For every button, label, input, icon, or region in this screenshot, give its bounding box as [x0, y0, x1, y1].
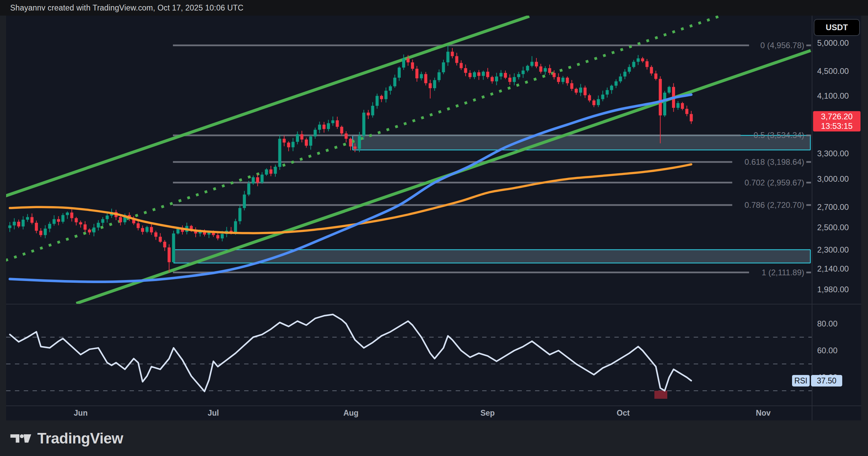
month-label: Jul: [208, 409, 219, 417]
trendline-channel-upper: [5, 16, 529, 196]
svg-text:13:53:15: 13:53:15: [821, 121, 852, 131]
rsi-tick-label: 80.00: [817, 319, 837, 328]
price-tick-label: 2,300.00: [817, 245, 849, 254]
svg-text:37.50: 37.50: [817, 376, 836, 385]
svg-text:RSI: RSI: [794, 376, 807, 385]
price-tick-label: 2,140.00: [817, 264, 849, 273]
attribution-bar: Shayannv created with TradingView.com, O…: [0, 0, 868, 16]
month-label: Aug: [343, 409, 359, 417]
rsi-line: [10, 314, 691, 391]
price-tick-label: 2,500.00: [817, 223, 849, 232]
tradingview-logo-icon: [9, 431, 32, 446]
tradingview-chart-snapshot: Shayannv created with TradingView.com, O…: [0, 0, 868, 456]
price-pane: [5, 16, 811, 303]
currency-toggle-usdt-button[interactable]: USDT: [814, 19, 860, 36]
svg-text:0.702 (2,959.67): 0.702 (2,959.67): [745, 178, 804, 187]
price-tick-label: 2,700.00: [817, 202, 849, 212]
svg-text:0.786 (2,720.70): 0.786 (2,720.70): [745, 200, 804, 210]
price-tick-label: 1,980.00: [817, 285, 849, 294]
last-price-badge: 3,726.2013:53:15: [813, 111, 861, 132]
tradingview-watermark: TradingView: [9, 430, 123, 447]
rsi-oversold-marker: [654, 391, 667, 399]
month-label: Jun: [74, 409, 88, 417]
svg-text:0.5 (3,534.34): 0.5 (3,534.34): [754, 131, 804, 140]
rsi-badge: RSI37.50: [792, 375, 842, 386]
svg-text:0.618 (3,198.64): 0.618 (3,198.64): [745, 157, 804, 166]
tradingview-logo-text: TradingView: [37, 430, 123, 447]
rsi-pane: [6, 314, 812, 399]
price-tick-label: 3,000.00: [817, 174, 849, 183]
attribution-text: Shayannv created with TradingView.com, O…: [10, 3, 243, 13]
price-tick-label: 3,300.00: [817, 149, 849, 158]
rsi-axis[interactable]: 80.0060.0040.00: [817, 319, 837, 382]
month-label: Nov: [756, 409, 771, 417]
support-zone: [353, 135, 810, 150]
price-axis[interactable]: 5,000.004,500.004,100.003,300.003,000.00…: [817, 38, 849, 294]
month-label: Sep: [480, 409, 495, 417]
svg-text:3,726.20: 3,726.20: [821, 112, 852, 121]
price-tick-label: 5,000.00: [817, 38, 849, 47]
rsi-tick-label: 60.00: [817, 346, 837, 355]
price-tick-label: 4,100.00: [817, 91, 849, 100]
time-axis[interactable]: JunJulAugSepOctNov: [74, 409, 771, 417]
svg-text:0 (4,956.78): 0 (4,956.78): [761, 41, 804, 50]
support-zone: [174, 250, 810, 263]
price-tick-label: 4,500.00: [817, 66, 849, 76]
svg-text:1 (2,111.89): 1 (2,111.89): [762, 268, 804, 277]
fib-labels: 0 (4,956.78)0.5 (3,534.34)0.618 (3,198.6…: [745, 41, 804, 277]
ma-orange-line: [10, 164, 691, 233]
chart-canvas[interactable]: 0 (4,956.78)0.5 (3,534.34)0.618 (3,198.6…: [0, 0, 868, 456]
month-label: Oct: [617, 409, 630, 417]
logo-bar: TradingView: [0, 420, 868, 456]
